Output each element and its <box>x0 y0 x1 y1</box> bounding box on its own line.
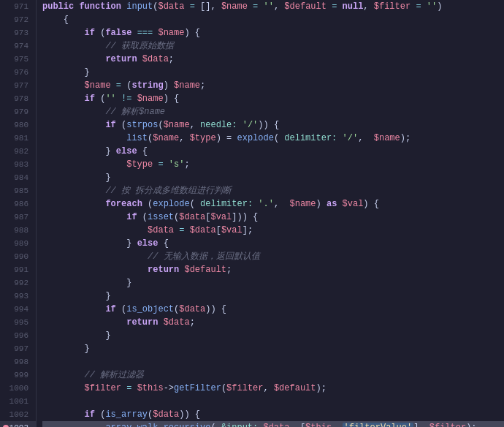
code-line-992: } <box>42 276 504 290</box>
ln-975: 975 <box>0 53 36 66</box>
ln-991: 991 <box>0 263 36 276</box>
ln-999: 999 <box>0 369 36 382</box>
ln-996: 996 <box>0 329 36 342</box>
ln-988: 988 <box>0 224 36 237</box>
code-line-981: list($name, $type) = explode( delimiter:… <box>42 132 504 145</box>
code-line-1002: if (is_array($data)) { <box>42 408 504 421</box>
code-line-994: if (is_object($data)) { <box>42 303 504 316</box>
ln-977: 977 <box>0 79 36 92</box>
ln-1002: 1002 <box>0 408 36 421</box>
code-line-983: $type = 's'; <box>42 158 504 171</box>
ln-983: 983 <box>0 158 36 171</box>
ln-974: 974 <box>0 39 36 53</box>
code-editor: 971 972 973 974 975 976 977 978 979 980 … <box>0 0 504 427</box>
code-line-972: { <box>42 13 504 26</box>
ln-1003: ▶1003 <box>0 421 36 427</box>
ln-990: 990 <box>0 250 36 263</box>
code-line-988: $data = $data[$val]; <box>42 224 504 237</box>
ln-982: 982 <box>0 145 36 158</box>
code-line-997: } <box>42 342 504 355</box>
ln-987: 987 <box>0 211 36 224</box>
code-line-995: return $data; <box>42 316 504 329</box>
ln-997: 997 <box>0 342 36 355</box>
code-line-998 <box>42 355 504 369</box>
code-line-999: // 解析过滤器 <box>42 369 504 382</box>
ln-984: 984 <box>0 171 36 184</box>
code-line-976: } <box>42 66 504 79</box>
code-line-990: // 无输入数据，返回默认值 <box>42 250 504 263</box>
code-line-973: if (false === $name) { <box>42 26 504 39</box>
line-number-gutter: 971 972 973 974 975 976 977 978 979 980 … <box>0 0 37 427</box>
code-line-993: } <box>42 290 504 303</box>
ln-995: 995 <box>0 316 36 329</box>
code-line-978: if ('' != $name) { <box>42 92 504 105</box>
ln-985: 985 <box>0 184 36 197</box>
code-line-1003: array_walk_recursive( &input: $data, [$t… <box>42 421 504 427</box>
ln-992: 992 <box>0 276 36 290</box>
code-line-975: return $data; <box>42 53 504 66</box>
code-line-985: // 按 拆分成多维数组进行判断 <box>42 184 504 197</box>
code-lines-container: public function input($data = [], $name … <box>42 0 504 427</box>
ln-1001: 1001 <box>0 395 36 408</box>
code-line-989: } else { <box>42 237 504 250</box>
ln-998: 998 <box>0 355 36 369</box>
ln-986: 986 <box>0 197 36 211</box>
debug-arrow-icon: ▶ <box>10 423 15 427</box>
code-line-971: public function input($data = [], $name … <box>42 0 504 13</box>
code-line-986: foreach (explode( delimiter: '.', $name)… <box>42 197 504 211</box>
code-line-996: } <box>42 329 504 342</box>
ln-979: 979 <box>0 105 36 118</box>
ln-976: 976 <box>0 66 36 79</box>
code-line-982: } else { <box>42 145 504 158</box>
ln-981: 981 <box>0 132 36 145</box>
ln-994: 994 <box>0 303 36 316</box>
ln-989: 989 <box>0 237 36 250</box>
ln-980: 980 <box>0 118 36 132</box>
code-line-991: return $default; <box>42 263 504 276</box>
code-line-979: // 解析$name <box>42 105 504 118</box>
code-line-987: if (isset($data[$val])) { <box>42 211 504 224</box>
code-line-974: // 获取原始数据 <box>42 39 504 53</box>
ln-978: 978 <box>0 92 36 105</box>
code-line-1000: $filter = $this->getFilter($filter, $def… <box>42 382 504 395</box>
ln-1000: 1000 <box>0 382 36 395</box>
ln-993: 993 <box>0 290 36 303</box>
ln-971: 971 <box>0 0 36 13</box>
ln-972: 972 <box>0 13 36 26</box>
code-line-980: if (strpos($name, needle: '/')) { <box>42 118 504 132</box>
ln-973: 973 <box>0 26 36 39</box>
code-content-area[interactable]: public function input($data = [], $name … <box>37 0 504 427</box>
code-line-1001 <box>42 395 504 408</box>
code-line-977: $name = (string) $name; <box>42 79 504 92</box>
line-numbers-list: 971 972 973 974 975 976 977 978 979 980 … <box>0 0 36 427</box>
code-line-984: } <box>42 171 504 184</box>
